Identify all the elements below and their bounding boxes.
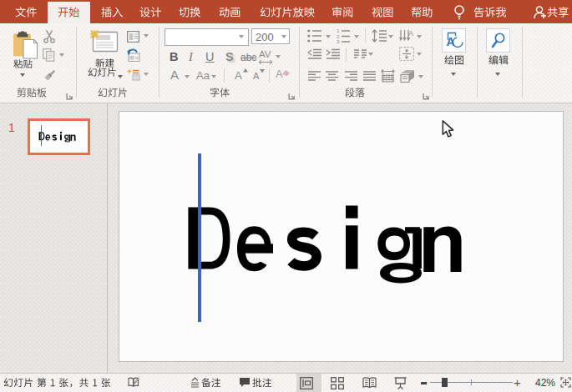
svg-text:A: A (408, 29, 413, 38)
svg-text:A: A (447, 35, 455, 48)
svg-text:3: 3 (337, 38, 340, 44)
